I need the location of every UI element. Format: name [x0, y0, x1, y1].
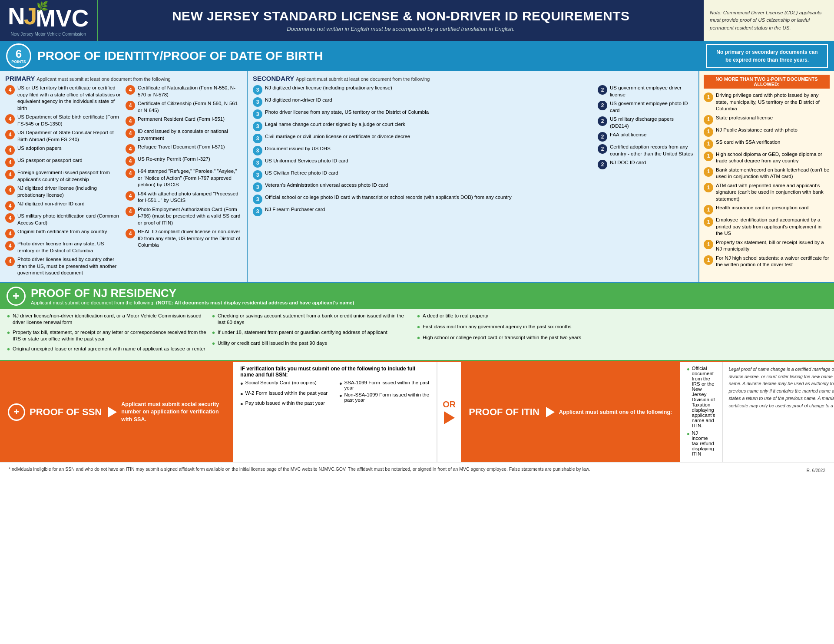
ssn-fail-item: •Non-SSA-1099 Form issued within the pas…	[339, 392, 430, 403]
ssn-fail-item: •Social Security Card (no copies)	[240, 380, 331, 389]
points-badge-4: 4	[5, 257, 15, 266]
cdl-note-box: Note: Commercial Driver License (CDL) ap…	[704, 0, 834, 41]
doc-item: 1High school diploma or GED, college dip…	[704, 151, 830, 165]
primary-right-docs: 4Certificate of Naturalization (Form N-5…	[126, 85, 242, 279]
doc-item: 3Photo driver license from any state, US…	[253, 109, 593, 119]
doc-item: 4NJ digitized non-driver ID card	[5, 201, 121, 211]
logo-area: NJ 🌿 MVC New Jersey Motor Vehicle Commis…	[0, 0, 98, 41]
header-subtitle: Documents not written in English must be…	[287, 26, 515, 32]
doc-item: 1Bank statement/record on bank letterhea…	[704, 167, 830, 180]
points-badge-3: 3	[253, 109, 262, 119]
residency-item: •NJ driver license/non-driver identifica…	[7, 313, 207, 326]
itin-title: PROOF OF ITIN	[469, 406, 539, 418]
doc-item: 3Civil marriage or civil union license o…	[253, 133, 593, 143]
ssn-plus-icon: +	[8, 403, 25, 421]
ssn-fail-item: •SSA-1099 Form issued within the past ye…	[339, 380, 430, 390]
page-title: NEW JERSEY STANDARD LICENSE & NON-DRIVER…	[172, 9, 630, 23]
residency-item: •Property tax bill, statement, or receip…	[7, 329, 207, 343]
secondary-column: SECONDARY Applicant must submit at least…	[248, 71, 699, 282]
doc-item: 1Employee identification card accompanie…	[704, 217, 830, 237]
residency-item: •High school or college report card or t…	[417, 334, 617, 342]
doc-item: 4NJ digitized driver license (including …	[5, 185, 121, 198]
primary-header: PRIMARY	[5, 75, 35, 82]
points-badge-4: 4	[5, 213, 15, 223]
residency-col-1: •NJ driver license/non-driver identifica…	[7, 313, 212, 357]
residency-plus-icon: +	[7, 287, 26, 306]
residency-items: •NJ driver license/non-driver identifica…	[0, 309, 834, 360]
secondary-left-docs: 3NJ digitized driver license (including …	[253, 85, 593, 218]
residency-item: •Original unexpired lease or rental agre…	[7, 346, 207, 353]
points-badge-3: 3	[253, 122, 262, 131]
one-point-column: NO MORE THAN TWO 1-POINT DOCUMENTS ALLOW…	[699, 71, 834, 282]
or-block: OR	[437, 362, 461, 462]
doc-item: 4Photo driver license issued by country …	[5, 256, 121, 277]
doc-item: 4Refugee Travel Document (Form I-571)	[126, 144, 242, 154]
points-badge-2: 2	[598, 85, 607, 95]
doc-item: 4Permanent Resident Card (Form I-551)	[126, 116, 242, 126]
doc-item: 1NJ Public Assistance card with photo	[704, 127, 830, 137]
doc-item: 1Property tax statement, bill or receipt…	[704, 239, 830, 253]
ssn-title: PROOF OF SSN	[30, 406, 102, 418]
points-badge-4: 4	[126, 191, 135, 201]
ssn-itin-section: + PROOF OF SSN Applicant must submit soc…	[0, 361, 834, 462]
points-badge: 6 POINTS	[6, 43, 31, 69]
points-badge-3: 3	[253, 97, 262, 107]
points-badge-1: 1	[704, 255, 713, 265]
doc-item: 4REAL ID compliant driver license or non…	[126, 228, 242, 249]
doc-item: 3US Uniformed Services photo ID card	[253, 158, 593, 168]
points-badge-1: 1	[704, 127, 713, 137]
points-badge-1: 1	[704, 217, 713, 227]
ssn-fail-area: IF verification fails you must submit on…	[233, 362, 437, 462]
residency-subtitle: Applicant must submit one document from …	[31, 300, 155, 305]
points-badge-2: 2	[598, 101, 607, 110]
points-badge-1: 1	[704, 205, 713, 215]
doc-item: 4US Re-entry Permit (Form I-327)	[126, 156, 242, 166]
points-badge-4: 4	[126, 129, 135, 138]
points-badge-3: 3	[253, 158, 262, 168]
points-badge-3: 3	[253, 182, 262, 192]
itin-docs: •Official document from the IRS or the N…	[680, 362, 722, 462]
rev-date: R. 6/2022	[807, 468, 825, 473]
residency-section: + PROOF OF NJ RESIDENCY Applicant must s…	[0, 283, 834, 361]
doc-item: 4US adoption papers	[5, 145, 121, 155]
points-badge-4: 4	[5, 229, 15, 238]
doc-item: 1Driving privilege card with photo issue…	[704, 92, 830, 112]
points-badge-2: 2	[598, 116, 607, 126]
residency-title: PROOF OF NJ RESIDENCY	[31, 287, 354, 300]
doc-item: 1For NJ high school students: a waiver c…	[704, 255, 830, 268]
points-badge-4: 4	[126, 101, 135, 110]
org-name: New Jersey Motor Vehicle Commission	[11, 32, 86, 36]
doc-item: 4Photo Employment Authorization Card (Fo…	[126, 206, 242, 227]
points-badge-1: 1	[704, 183, 713, 192]
ssn-description: Applicant must submit social security nu…	[121, 401, 225, 424]
points-badge-4: 4	[5, 114, 15, 124]
footer: *Individuals ineligible for an SSN and w…	[0, 462, 834, 476]
doc-item: 4US passport or passport card	[5, 157, 121, 167]
doc-item: 1Health insurance card or prescription c…	[704, 205, 830, 215]
points-badge-4: 4	[126, 85, 135, 95]
points-badge-4: 4	[5, 85, 15, 95]
points-badge-1: 1	[704, 115, 713, 125]
doc-item: 3NJ digitized non-driver ID card	[253, 97, 593, 107]
footer-affidavit: *Individuals ineligible for an SSN and w…	[9, 466, 798, 473]
doc-item: 4Photo driver license from any state, US…	[5, 241, 121, 254]
secondary-right-docs: 2US government employee driver license2U…	[598, 85, 693, 218]
points-badge-4: 4	[5, 201, 15, 211]
points-badge-3: 3	[253, 170, 262, 180]
doc-item: 3Veteran's Administration universal acce…	[253, 182, 593, 192]
points-badge-1: 1	[704, 240, 713, 249]
points-badge-2: 2	[598, 160, 607, 169]
itin-doc-item: •Official document from the IRS or the N…	[687, 366, 715, 428]
ssn-fail-item: •Pay stub issued within the past year	[240, 400, 331, 409]
doc-item: 4Foreign government issued passport from…	[5, 169, 121, 183]
doc-item: 4Certificate of Citizenship (Form N-560,…	[126, 100, 242, 114]
points-badge-4: 4	[126, 144, 135, 154]
poi-title: PROOF OF IDENTITY/PROOF OF DATE OF BIRTH	[37, 49, 700, 63]
header-title-area: NEW JERSEY STANDARD LICENSE & NON-DRIVER…	[98, 0, 704, 41]
points-badge-4: 4	[126, 229, 135, 238]
points-badge-4: 4	[5, 145, 15, 155]
points-badge-4: 4	[126, 207, 135, 216]
secondary-subheader: Applicant must submit at least one docum…	[296, 76, 430, 82]
doc-item: 1SS card with SSA verification	[704, 139, 830, 149]
residency-col-3: •A deed or title to real property•First …	[417, 313, 622, 357]
